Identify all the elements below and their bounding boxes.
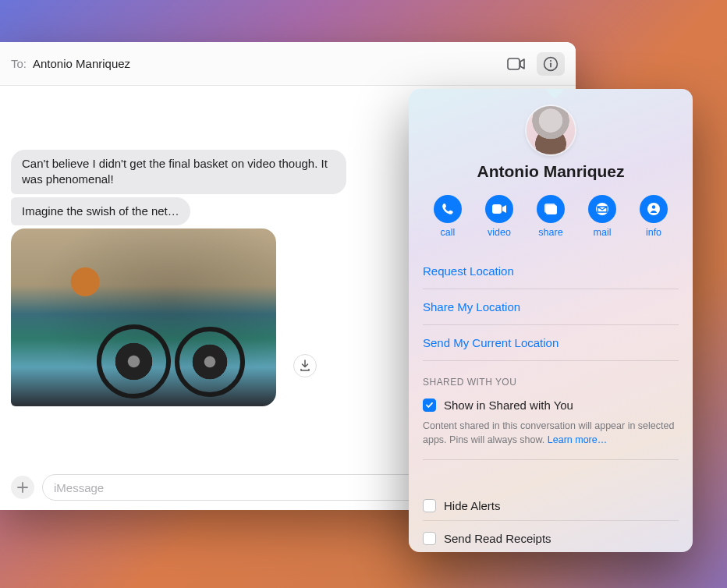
send-read-receipts-row[interactable]: Send Read Receipts [423,521,679,552]
checkmark-icon [425,401,434,409]
hide-alerts-checkbox[interactable] [423,499,436,512]
details-info-button[interactable] [537,52,565,76]
conversation-header: To: Antonio Manriquez [0,42,576,86]
request-location-link[interactable]: Request Location [423,253,679,289]
video-icon [485,195,513,223]
screen-share-icon [537,195,565,223]
action-label: mail [594,227,612,238]
apps-plus-button[interactable] [11,476,34,499]
info-action[interactable]: info [632,195,676,238]
show-in-shared-checkbox[interactable] [423,398,436,412]
details-popover: Antonio Manriquez call video share mail [409,89,693,552]
show-in-shared-row[interactable]: Show in Shared with You [423,394,679,420]
contact-avatar[interactable] [527,106,575,154]
mail-action[interactable]: mail [580,195,624,238]
show-in-shared-label: Show in Shared with You [444,398,573,412]
shared-help-text: Content shared in this conversation will… [423,420,679,460]
shared-with-you-header: SHARED WITH YOU [423,361,679,394]
save-attachment-button[interactable] [293,354,317,377]
basketball-photo-placeholder [11,228,276,406]
action-label: call [441,227,456,238]
mail-icon [588,195,616,223]
hide-alerts-row[interactable]: Hide Alerts [423,494,679,521]
svg-rect-3 [550,62,551,67]
phone-icon [434,195,462,223]
send-current-location-link[interactable]: Send My Current Location [423,325,679,361]
facetime-video-button[interactable] [502,52,530,76]
contact-info-icon [640,195,668,223]
action-label: video [488,227,511,238]
to-label: To: [11,57,27,70]
incoming-image-attachment[interactable] [11,228,276,406]
location-section: Request Location Share My Location Send … [409,253,693,552]
svg-rect-0 [508,58,520,69]
send-read-receipts-label: Send Read Receipts [444,532,551,545]
contact-actions-row: call video share mail info [409,195,693,238]
save-download-icon [300,360,310,372]
share-action[interactable]: share [529,195,573,238]
action-label: share [538,227,562,238]
incoming-message[interactable]: Can't believe I didn't get the final bas… [11,150,346,194]
svg-rect-4 [492,204,502,214]
svg-point-8 [647,203,660,215]
svg-rect-6 [544,204,555,213]
share-my-location-link[interactable]: Share My Location [423,289,679,325]
call-action[interactable]: call [426,195,470,238]
contact-name: Antonio Manriquez [409,162,693,181]
send-read-receipts-checkbox[interactable] [423,532,436,545]
to-name: Antonio Manriquez [33,57,130,70]
hide-alerts-label: Hide Alerts [444,499,501,512]
incoming-stack: Can't believe I didn't get the final bas… [11,150,346,406]
svg-point-9 [652,205,655,208]
video-camera-icon [507,58,526,70]
info-circle-icon [543,56,559,72]
action-label: info [646,227,661,238]
svg-point-2 [550,59,551,61]
learn-more-link[interactable]: Learn more… [548,434,607,445]
incoming-message[interactable]: Imagine the swish of the net… [11,197,190,225]
plus-icon [17,482,28,493]
video-action[interactable]: video [477,195,521,238]
